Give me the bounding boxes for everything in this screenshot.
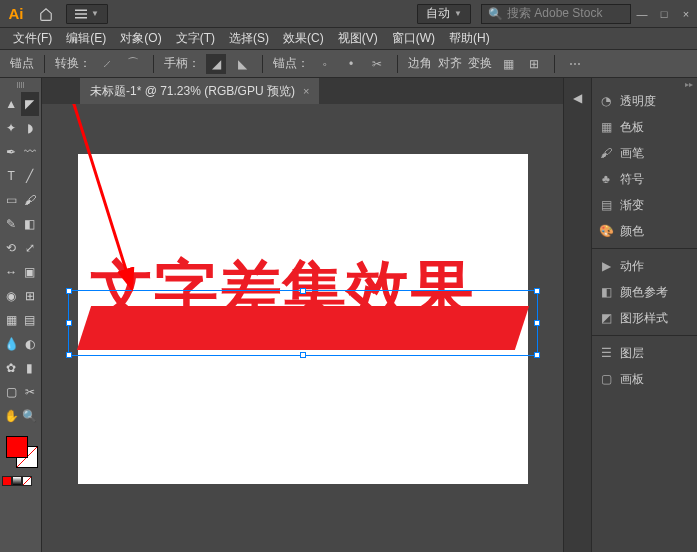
more-icon[interactable]: ⋯ (565, 54, 585, 74)
symbol-sprayer-tool[interactable]: ✿ (2, 356, 21, 380)
pen-tool[interactable]: ✒ (2, 140, 21, 164)
direct-selection-tool[interactable]: ◤ (21, 92, 40, 116)
width-tool[interactable]: ↔ (2, 260, 21, 284)
title-bar: Ai ▼ 自动 ▼ 🔍 搜索 Adobe Stock — □ × (0, 0, 697, 28)
paintbrush-tool[interactable]: 🖌 (21, 188, 40, 212)
gradient-icon: ▤ (598, 197, 614, 213)
artboard[interactable]: 文字差集效果 (78, 154, 528, 484)
zoom-tool[interactable]: 🔍 (21, 404, 40, 428)
menu-file[interactable]: 文件(F) (6, 30, 59, 47)
menu-select[interactable]: 选择(S) (222, 30, 276, 47)
free-transform-tool[interactable]: ▣ (21, 260, 40, 284)
panel-artboards[interactable]: ▢画板 (592, 366, 697, 392)
anchors-remove-icon[interactable]: ◦ (315, 54, 335, 74)
mini-fill[interactable] (2, 476, 12, 486)
fill-color[interactable] (6, 436, 28, 458)
rotate-tool[interactable]: ⟲ (2, 236, 21, 260)
mini-none[interactable] (22, 476, 32, 486)
layout-mode-label: 自动 (426, 5, 450, 22)
shaper-tool[interactable]: ✎ (2, 212, 21, 236)
selection-handle[interactable] (66, 352, 72, 358)
svg-rect-1 (75, 13, 87, 15)
home-icon[interactable] (32, 0, 60, 28)
maximize-button[interactable]: □ (653, 5, 675, 23)
selection-handle[interactable] (534, 320, 540, 326)
svg-rect-2 (75, 17, 87, 19)
anchors-cut-icon[interactable]: ✂ (367, 54, 387, 74)
artboard-tool[interactable]: ▢ (2, 380, 21, 404)
panel-transparency[interactable]: ◔透明度 (592, 88, 697, 114)
handle-hide-icon[interactable]: ◣ (232, 54, 252, 74)
menu-window[interactable]: 窗口(W) (385, 30, 442, 47)
convert-smooth-icon[interactable]: ⌒ (123, 54, 143, 74)
dock-strip: ◀ (563, 78, 591, 552)
selection-handle[interactable] (300, 288, 306, 294)
close-tab-icon[interactable]: × (303, 85, 309, 97)
panel-gradient[interactable]: ▤渐变 (592, 192, 697, 218)
selection-handle[interactable] (300, 352, 306, 358)
transform-icon[interactable]: ⊞ (524, 54, 544, 74)
toolbox: ▲◤ ✦◗ ✒〰 T╱ ▭🖌 ✎◧ ⟲⤢ ↔▣ ◉⊞ ▦▤ 💧◐ ✿▮ ▢✂ ✋… (0, 78, 42, 552)
rectangle-tool[interactable]: ▭ (2, 188, 21, 212)
mesh-tool[interactable]: ▦ (2, 308, 21, 332)
swatches-icon: ▦ (598, 119, 614, 135)
selection-handle[interactable] (66, 320, 72, 326)
align-icon[interactable]: ▦ (498, 54, 518, 74)
toolbox-grip[interactable] (2, 82, 39, 90)
perspective-tool[interactable]: ⊞ (21, 284, 40, 308)
panel-swatches[interactable]: ▦色板 (592, 114, 697, 140)
curvature-tool[interactable]: 〰 (21, 140, 40, 164)
canvas-viewport[interactable]: 文字差集效果 (42, 104, 563, 552)
selection-handle[interactable] (534, 352, 540, 358)
anchors-add-icon[interactable]: • (341, 54, 361, 74)
gradient-tool[interactable]: ▤ (21, 308, 40, 332)
minimize-button[interactable]: — (631, 5, 653, 23)
workspace-switcher[interactable]: ▼ (66, 4, 108, 24)
lasso-tool[interactable]: ◗ (21, 116, 40, 140)
close-button[interactable]: × (675, 5, 697, 23)
selection-handle[interactable] (534, 288, 540, 294)
convert-label: 转换： (55, 55, 91, 72)
transform-label: 变换 (468, 55, 492, 72)
panel-symbols[interactable]: ♣符号 (592, 166, 697, 192)
menu-view[interactable]: 视图(V) (331, 30, 385, 47)
dock-expand-icon[interactable]: ◀ (566, 86, 590, 110)
selection-tool[interactable]: ▲ (2, 92, 21, 116)
convert-corner-icon[interactable]: ⟋ (97, 54, 117, 74)
color-swatches[interactable] (2, 436, 39, 474)
handle-show-icon[interactable]: ◢ (206, 54, 226, 74)
magic-wand-tool[interactable]: ✦ (2, 116, 21, 140)
menu-type[interactable]: 文字(T) (169, 30, 222, 47)
menu-object[interactable]: 对象(O) (113, 30, 168, 47)
slice-tool[interactable]: ✂ (21, 380, 40, 404)
menu-effect[interactable]: 效果(C) (276, 30, 331, 47)
eyedropper-tool[interactable]: 💧 (2, 332, 21, 356)
hand-tool[interactable]: ✋ (2, 404, 21, 428)
shape-builder-tool[interactable]: ◉ (2, 284, 21, 308)
blend-tool[interactable]: ◐ (21, 332, 40, 356)
handle-label: 手柄： (164, 55, 200, 72)
column-graph-tool[interactable]: ▮ (21, 356, 40, 380)
stock-search[interactable]: 🔍 搜索 Adobe Stock (481, 4, 631, 24)
menu-help[interactable]: 帮助(H) (442, 30, 497, 47)
panel-collapse[interactable]: ▸▸ (592, 78, 697, 88)
align-label: 对齐 (438, 55, 462, 72)
eraser-tool[interactable]: ◧ (21, 212, 40, 236)
panel-actions[interactable]: ▶动作 (592, 253, 697, 279)
layout-mode-dropdown[interactable]: 自动 ▼ (417, 4, 471, 24)
scale-tool[interactable]: ⤢ (21, 236, 40, 260)
panel-brushes[interactable]: 🖌画笔 (592, 140, 697, 166)
line-tool[interactable]: ╱ (21, 164, 40, 188)
panel-graphic-styles[interactable]: ◩图形样式 (592, 305, 697, 331)
document-tab[interactable]: 未标题-1* @ 71.23% (RGB/GPU 预览) × (80, 78, 319, 104)
selection-bounds[interactable] (68, 290, 538, 356)
corner-label: 边角 (408, 55, 432, 72)
anchor-label: 锚点 (10, 55, 34, 72)
menu-edit[interactable]: 编辑(E) (59, 30, 113, 47)
panel-color-guide[interactable]: ◧颜色参考 (592, 279, 697, 305)
type-tool[interactable]: T (2, 164, 21, 188)
selection-handle[interactable] (66, 288, 72, 294)
panel-color[interactable]: 🎨颜色 (592, 218, 697, 244)
mini-gradient[interactable] (12, 476, 22, 486)
panel-layers[interactable]: ☰图层 (592, 340, 697, 366)
